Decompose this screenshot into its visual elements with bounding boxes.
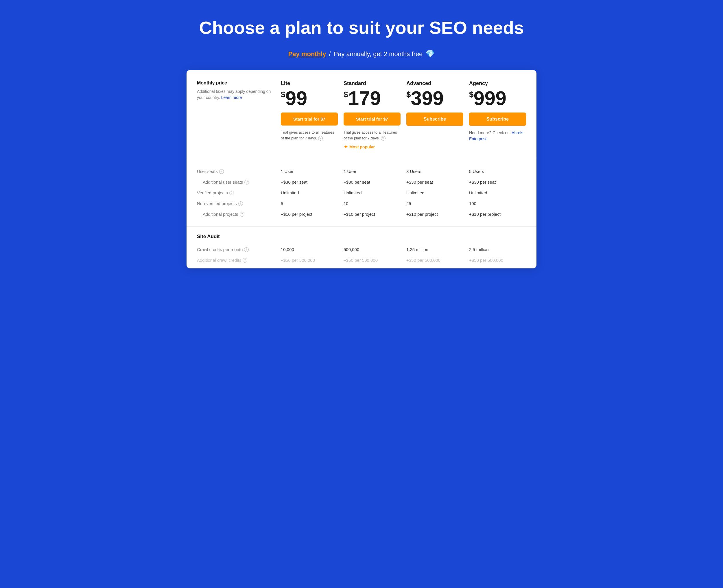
pay-monthly-link[interactable]: Pay monthly	[288, 50, 326, 58]
additional-user-seats-agency: +$30 per seat	[469, 180, 526, 185]
page-title: Choose a plan to suit your SEO needs	[192, 17, 531, 38]
additional-projects-help-icon[interactable]: ?	[240, 212, 244, 217]
additional-user-seats-label: Additional user seats ?	[197, 180, 275, 185]
plan-standard-price: $ 179	[344, 88, 401, 108]
plan-lite-cta-button[interactable]: Start trial for $7	[281, 112, 338, 126]
additional-user-seats-advanced: +$30 per seat	[406, 180, 463, 185]
nonverified-projects-help-icon[interactable]: ?	[238, 201, 243, 206]
user-seats-lite: 1 User	[281, 169, 338, 174]
plan-agency-cta-button[interactable]: Subscribe	[469, 112, 526, 126]
header-label-column: Monthly price Additional taxes may apply…	[197, 80, 275, 150]
plan-advanced-amount: 399	[411, 88, 444, 108]
feature-row-additional-projects: Additional projects ? +$10 per project +…	[197, 209, 526, 219]
feature-row-crawl-credits: Crawl credits per month ? 10,000 500,000…	[197, 244, 526, 255]
plan-lite-amount: 99	[285, 88, 307, 108]
monthly-price-label: Monthly price	[197, 80, 275, 86]
verified-projects-agency: Unlimited	[469, 190, 526, 195]
site-audit-title: Site Audit	[197, 234, 526, 239]
plan-agency-name: Agency	[469, 80, 526, 86]
verified-projects-label: Verified projects ?	[197, 190, 275, 195]
nonverified-projects-lite: 5	[281, 201, 338, 206]
additional-projects-standard: +$10 per project	[344, 212, 401, 217]
plan-agency: Agency $ 999 Subscribe Need more? Check …	[469, 80, 526, 150]
plan-standard-trial-help-icon[interactable]: ?	[381, 136, 385, 141]
plans-header: Monthly price Additional taxes may apply…	[187, 70, 536, 159]
verified-projects-advanced: Unlimited	[406, 190, 463, 195]
nonverified-projects-advanced: 25	[406, 201, 463, 206]
additional-user-seats-standard: +$30 per seat	[344, 180, 401, 185]
verified-projects-help-icon[interactable]: ?	[229, 191, 234, 195]
plan-agency-price: $ 999	[469, 88, 526, 108]
plan-agency-dollar: $	[469, 90, 474, 99]
most-popular-badge: ✦ Most popular	[344, 144, 401, 150]
feature-row-additional-user-seats: Additional user seats ? +$30 per seat +$…	[197, 177, 526, 187]
diamond-icon: 💎	[425, 49, 435, 58]
plan-agency-amount: 999	[474, 88, 506, 108]
learn-more-link[interactable]: Learn more	[221, 95, 242, 100]
additional-user-seats-lite: +$30 per seat	[281, 180, 338, 185]
nonverified-projects-standard: 10	[344, 201, 401, 206]
crawl-credits-agency: 2.5 million	[469, 247, 526, 252]
additional-projects-label: Additional projects ?	[197, 212, 275, 217]
site-audit-section: Site Audit Crawl credits per month ? 10,…	[187, 227, 536, 268]
plan-standard-name: Standard	[344, 80, 401, 86]
additional-projects-advanced: +$10 per project	[406, 212, 463, 217]
hero-section: Choose a plan to suit your SEO needs Pay…	[187, 0, 536, 70]
crawl-credits-standard: 500,000	[344, 247, 401, 252]
crawl-credits-lite: 10,000	[281, 247, 338, 252]
additional-crawl-credits-standard: +$50 per 500,000	[344, 258, 401, 262]
plan-advanced-price: $ 399	[406, 88, 463, 108]
user-seats-advanced: 3 Users	[406, 169, 463, 174]
feature-row-additional-crawl-credits: Additional crawl credits ? +$50 per 500,…	[197, 255, 526, 266]
plan-lite-dollar: $	[281, 90, 285, 99]
plan-advanced-name: Advanced	[406, 80, 463, 86]
verified-projects-standard: Unlimited	[344, 190, 401, 195]
additional-crawl-credits-advanced: +$50 per 500,000	[406, 258, 463, 262]
nonverified-projects-label: Non-verified projects ?	[197, 201, 275, 206]
pricing-card: Monthly price Additional taxes may apply…	[187, 70, 536, 268]
additional-crawl-credits-label: Additional crawl credits ?	[197, 258, 275, 262]
verified-projects-lite: Unlimited	[281, 190, 338, 195]
billing-separator: /	[329, 50, 331, 58]
plan-lite: Lite $ 99 Start trial for $7 Trial gives…	[281, 80, 338, 150]
pay-annually-text: Pay annually, get 2 months free	[334, 50, 423, 58]
features-section: User seats ? 1 User 1 User 3 Users 5 Use…	[187, 159, 536, 227]
plan-lite-price: $ 99	[281, 88, 338, 108]
feature-row-nonverified-projects: Non-verified projects ? 5 10 25 100	[197, 198, 526, 209]
plan-advanced: Advanced $ 399 Subscribe	[406, 80, 463, 150]
user-seats-help-icon[interactable]: ?	[219, 169, 224, 174]
plan-lite-trial-text: Trial gives access to all features of th…	[281, 130, 338, 141]
plan-standard-dollar: $	[344, 90, 348, 99]
additional-crawl-credits-lite: +$50 per 500,000	[281, 258, 338, 262]
crawl-credits-help-icon[interactable]: ?	[244, 247, 249, 252]
nonverified-projects-agency: 100	[469, 201, 526, 206]
crawl-credits-label: Crawl credits per month ?	[197, 247, 275, 252]
plan-standard: Standard $ 179 Start trial for $7 Trial …	[344, 80, 401, 150]
feature-row-user-seats: User seats ? 1 User 1 User 3 Users 5 Use…	[197, 166, 526, 177]
additional-projects-agency: +$10 per project	[469, 212, 526, 217]
plan-standard-trial-text: Trial gives access to all features of th…	[344, 130, 401, 141]
plan-advanced-dollar: $	[406, 90, 411, 99]
plan-advanced-cta-button[interactable]: Subscribe	[406, 112, 463, 126]
agency-enterprise-note: Need more? Check out Ahrefs Enterprise	[469, 130, 526, 142]
plan-standard-cta-button[interactable]: Start trial for $7	[344, 112, 401, 126]
additional-crawl-credits-help-icon[interactable]: ?	[243, 258, 247, 262]
plan-standard-amount: 179	[348, 88, 381, 108]
taxes-label: Additional taxes may apply depending on …	[197, 88, 275, 101]
sparkle-icon: ✦	[344, 144, 348, 150]
additional-projects-lite: +$10 per project	[281, 212, 338, 217]
user-seats-label: User seats ?	[197, 169, 275, 174]
plan-lite-name: Lite	[281, 80, 338, 86]
user-seats-agency: 5 Users	[469, 169, 526, 174]
additional-user-seats-help-icon[interactable]: ?	[244, 180, 249, 185]
billing-toggle: Pay monthly / Pay annually, get 2 months…	[192, 49, 531, 58]
plan-lite-trial-help-icon[interactable]: ?	[318, 136, 323, 141]
crawl-credits-advanced: 1.25 million	[406, 247, 463, 252]
additional-crawl-credits-agency: +$50 per 500,000	[469, 258, 526, 262]
feature-row-verified-projects: Verified projects ? Unlimited Unlimited …	[197, 187, 526, 198]
user-seats-standard: 1 User	[344, 169, 401, 174]
